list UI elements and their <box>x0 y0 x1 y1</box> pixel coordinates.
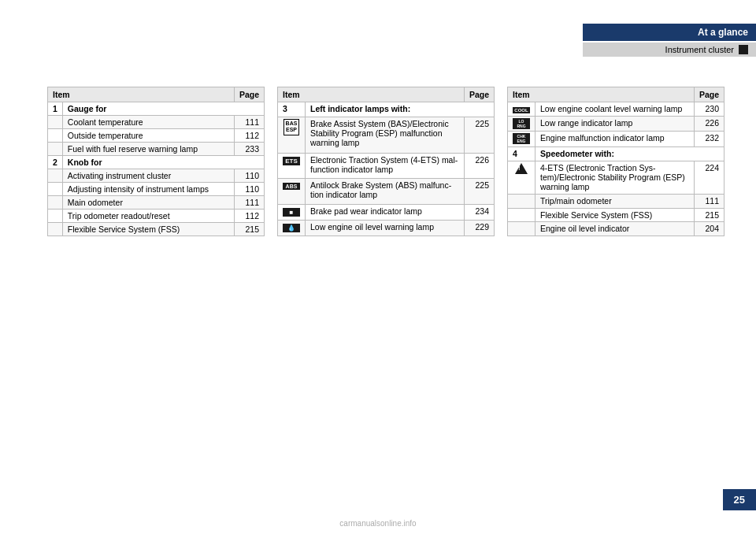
icon-cell <box>48 169 63 183</box>
instrument-cluster-label: Instrument cluster <box>665 45 734 54</box>
row-desc: Coolant tempera­ture <box>62 116 234 129</box>
page-number-badge: 25 <box>723 489 756 510</box>
row-page: 111 <box>694 195 724 209</box>
col3-item-header: Item <box>508 87 695 102</box>
table-row: BASESP Brake Assist Sys­tem (BAS)/Elec­t… <box>278 117 495 154</box>
icon-cell <box>48 210 63 223</box>
row-desc: 4-ETS (Electronic Traction Sys­tem)/Elec… <box>536 161 695 195</box>
section-title: Gauge for <box>62 102 264 116</box>
brake-pad-icon: ■ <box>283 208 300 217</box>
row-page: 233 <box>234 143 264 156</box>
icon-cell: ■ <box>278 204 306 220</box>
col1-table: Item Page 1 Gauge for Coolant tempera­tu… <box>47 87 265 236</box>
table-row: 4 Speedometer with: <box>508 146 724 161</box>
row-page: 230 <box>694 102 724 117</box>
row-desc: Electronic Traction System (4-ETS) mal­f… <box>306 153 465 178</box>
row-desc: Trip/main odome­ter <box>536 195 695 209</box>
icon-cell: ETS <box>278 153 306 178</box>
icon-cell: COOL <box>508 102 536 117</box>
icon-cell <box>48 116 63 129</box>
icon-cell <box>508 222 536 236</box>
col3-page-header: Page <box>694 87 724 102</box>
section-title: Knob for <box>62 156 264 169</box>
section-title: Left indicator lamps with: <box>306 102 495 117</box>
table-row: Trip odometer read­out/reset 112 <box>48 210 265 223</box>
4ets-warning-icon <box>515 163 528 174</box>
table-row: LORNG Low range indicator lamp 226 <box>508 116 724 132</box>
row-page: 225 <box>464 179 494 204</box>
oil-level-icon: 💧 <box>283 224 300 232</box>
row-page: 226 <box>464 153 494 178</box>
watermark: carmanualsonline.info <box>339 519 416 528</box>
section-num: 1 <box>48 102 63 116</box>
col2-item-header: Item <box>278 87 465 102</box>
row-page: 112 <box>234 129 264 143</box>
table-row: ETS Electronic Traction System (4-ETS) m… <box>278 153 495 178</box>
table-row: Coolant tempera­ture 111 <box>48 116 265 129</box>
table-row: COOL Low engine coolant level warning la… <box>508 102 724 117</box>
table-row: 1 Gauge for <box>48 102 265 116</box>
row-page: 110 <box>234 169 264 183</box>
table-row: Activating instru­ment cluster 110 <box>48 169 265 183</box>
instrument-cluster-bar: Instrument cluster <box>583 43 756 57</box>
icon-cell: ABS <box>278 179 306 204</box>
row-desc: Flexible Service System (FSS) <box>62 223 234 236</box>
table-row: 3 Left indicator lamps with: <box>278 102 495 117</box>
at-a-glance-bar: At a glance <box>583 24 756 41</box>
ets-icon: ETS <box>283 157 300 165</box>
table-row: Main odometer 111 <box>48 196 265 210</box>
row-desc: Adjusting intensity of instrument lamps <box>62 183 234 196</box>
icon-cell <box>48 223 63 236</box>
icon-cell <box>48 129 63 143</box>
table-row: Flexible Service System (FSS) 215 <box>48 223 265 236</box>
row-desc: Main odometer <box>62 196 234 210</box>
icon-cell <box>508 161 536 195</box>
section-num: 3 <box>278 102 306 117</box>
row-page: 111 <box>234 116 264 129</box>
row-page: 224 <box>694 161 724 195</box>
row-desc: Flexible Service System (FSS) <box>536 208 695 222</box>
row-desc: Brake Assist Sys­tem (BAS)/Elec­tronic S… <box>306 117 465 154</box>
table-row: ABS Antilock Brake Sys­tem (ABS) malfunc… <box>278 179 495 204</box>
coolant-icon: COOL <box>513 107 530 113</box>
icon-cell <box>48 196 63 210</box>
table-row: Adjusting intensity of instrument lamps … <box>48 183 265 196</box>
row-desc: Fuel with fuel re­serve warning lamp <box>62 143 234 156</box>
row-page: 204 <box>694 222 724 236</box>
section-num: 4 <box>508 146 536 161</box>
header-area: At a glance Instrument cluster <box>583 24 756 57</box>
row-page: 232 <box>694 132 724 147</box>
table-row: Engine oil level indi­cator 204 <box>508 222 724 236</box>
row-desc: Brake pad wear in­dicator lamp <box>306 204 465 220</box>
row-page: 226 <box>694 116 724 132</box>
row-desc: Low engine oil level warning lamp <box>306 220 465 235</box>
col3-table: Item Page COOL Low engine coolant level … <box>507 87 724 236</box>
icon-cell: BASESP <box>278 117 306 154</box>
icon-cell: CHKENG <box>508 132 536 147</box>
section-indicator-icon <box>739 45 748 54</box>
col2-page-header: Page <box>464 87 494 102</box>
icon-cell: LORNG <box>508 116 536 132</box>
col2-table: Item Page 3 Left indicator lamps with: B… <box>277 87 495 236</box>
row-desc: Activating instru­ment cluster <box>62 169 234 183</box>
check-engine-icon: CHKENG <box>513 133 530 144</box>
icon-cell: 💧 <box>278 220 306 235</box>
row-page: 225 <box>464 117 494 154</box>
row-page: 111 <box>234 196 264 210</box>
low-range-icon: LORNG <box>513 118 530 129</box>
at-a-glance-label: At a glance <box>698 27 748 38</box>
table-row: CHKENG Engine malfunction indicator lamp… <box>508 132 724 147</box>
section-num: 2 <box>48 156 63 169</box>
row-desc: Outside tempera­ture <box>62 129 234 143</box>
col1-page-header: Page <box>234 87 264 102</box>
table-row: 💧 Low engine oil level warning lamp 229 <box>278 220 495 235</box>
icon-cell <box>508 208 536 222</box>
row-page: 110 <box>234 183 264 196</box>
section-title: Speedometer with: <box>536 146 724 161</box>
icon-cell <box>48 143 63 156</box>
bas-esp-icon: BASESP <box>284 119 300 135</box>
abs-icon: ABS <box>283 183 300 190</box>
icon-cell <box>48 183 63 196</box>
row-page: 215 <box>694 208 724 222</box>
row-desc: Antilock Brake Sys­tem (ABS) malfunc­tio… <box>306 179 465 204</box>
